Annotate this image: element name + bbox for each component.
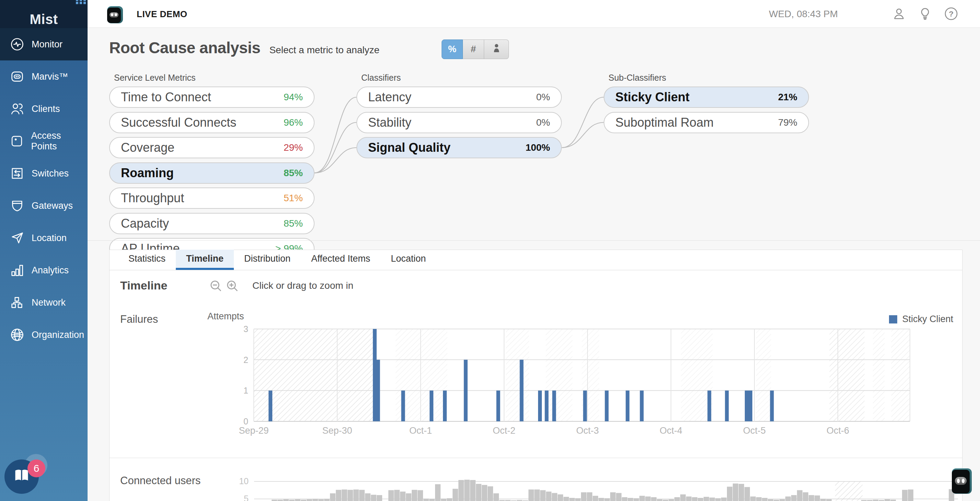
legend-label: Sticky Client (902, 314, 953, 324)
svg-text:3: 3 (243, 324, 248, 334)
metric-pill-sticky-client[interactable]: Sticky Client21% (604, 86, 809, 108)
metric-pill-successful-connects[interactable]: Successful Connects96% (109, 112, 315, 133)
help-icon[interactable]: ? (943, 5, 959, 22)
connected-users-chart[interactable]: 105 (220, 476, 965, 501)
metric-label: Capacity (121, 216, 169, 231)
monitor-icon (9, 36, 25, 52)
top-bar-icons: ? (891, 0, 959, 27)
svg-text:Oct-1: Oct-1 (409, 425, 432, 436)
metric-pill-roaming[interactable]: Roaming85% (109, 162, 315, 184)
metric-value: 100% (525, 142, 550, 153)
notification-badge[interactable]: 6 (27, 460, 45, 477)
marvis-fab-robot-icon[interactable] (952, 468, 972, 494)
metric-value: 21% (778, 92, 797, 103)
user-icon[interactable] (891, 5, 907, 22)
location-icon (9, 230, 25, 246)
zoom-in-icon[interactable] (225, 279, 240, 293)
unit-toggle-client[interactable] (484, 40, 509, 59)
mist-logo: Mist (0, 0, 88, 28)
sidebar-item-label: Marvis™ (32, 72, 68, 82)
metric-pill-signal-quality[interactable]: Signal Quality100% (356, 137, 562, 158)
clock-label: WED, 08:43 PM (769, 9, 838, 19)
access-points-icon (9, 133, 25, 150)
sidebar-item-label: Access Points (31, 130, 88, 152)
sidebar-item-gateways[interactable]: Gateways (0, 189, 88, 222)
unit-toggle-percent[interactable]: % (442, 40, 463, 59)
metric-value: 0% (536, 92, 550, 103)
environment-label[interactable]: LIVE DEMO (137, 9, 188, 19)
sidebar: Mist MonitorMarvis™ClientsAccess PointsS… (0, 0, 88, 501)
svg-text:Oct-3: Oct-3 (576, 425, 599, 436)
metric-pill-throughput[interactable]: Throughput51% (109, 188, 315, 209)
zoom-out-icon[interactable] (209, 279, 223, 293)
svg-text:2: 2 (243, 355, 248, 365)
page-header: Root Cause analysis Select a metric to a… (109, 38, 379, 57)
metric-label: Suboptimal Roam (615, 115, 714, 130)
tab-distribution[interactable]: Distribution (234, 250, 301, 270)
svg-text:Sep-30: Sep-30 (322, 425, 352, 436)
metric-pill-suboptimal-roam[interactable]: Suboptimal Roam79% (604, 112, 809, 133)
marvis-robot-icon[interactable] (107, 6, 123, 23)
gateways-icon (9, 197, 25, 214)
sidebar-item-label: Network (32, 297, 65, 308)
metric-label: Roaming (121, 166, 174, 180)
metric-value: 51% (284, 192, 303, 204)
sidebar-item-clients[interactable]: Clients (0, 93, 88, 125)
sidebar-item-label: Monitor (32, 39, 62, 50)
svg-text:10: 10 (239, 476, 248, 486)
failures-timeline-chart[interactable]: 0123Sep-29Sep-30Oct-1Oct-2Oct-3Oct-4Oct-… (220, 324, 941, 444)
svg-text:Oct-5: Oct-5 (743, 425, 766, 436)
sidebar-item-label: Location (32, 233, 67, 243)
failures-row-label: Failures (120, 313, 158, 326)
sidebar-item-label: Gateways (32, 200, 73, 211)
page-title: Root Cause analysis (109, 38, 260, 57)
page-subtitle: Select a metric to analyze (269, 45, 379, 56)
clients-icon (9, 100, 25, 117)
metric-value: 79% (778, 117, 797, 128)
tab-bar: StatisticsTimelineDistributionAffected I… (109, 250, 963, 270)
metric-pill-capacity[interactable]: Capacity85% (109, 213, 315, 234)
metric-pill-time-to-connect[interactable]: Time to Connect94% (109, 86, 315, 108)
metric-label: Time to Connect (121, 90, 211, 104)
sidebar-item-switches[interactable]: Switches (0, 157, 88, 189)
unit-toggle-count[interactable]: # (463, 40, 484, 59)
metric-label: Latency (368, 90, 411, 104)
metric-pill-stability[interactable]: Stability0% (356, 112, 562, 133)
zoom-hint: Click or drag to zoom in (252, 280, 353, 291)
sidebar-item-label: Analytics (32, 265, 69, 276)
tab-affected-items[interactable]: Affected Items (301, 250, 380, 270)
timeline-heading: Timeline (120, 279, 167, 292)
svg-text:Oct-6: Oct-6 (827, 425, 849, 436)
connected-users-row-label: Connected users (120, 474, 200, 487)
column-title: Service Level Metrics (114, 73, 196, 83)
metric-value: 29% (284, 142, 303, 153)
switches-icon (9, 165, 25, 182)
sidebar-item-organization[interactable]: Organization (0, 319, 88, 351)
sidebar-item-analytics[interactable]: Analytics (0, 254, 88, 286)
chart-legend[interactable]: Sticky Client (889, 314, 953, 324)
lightbulb-icon[interactable] (917, 5, 933, 22)
metric-value: 96% (284, 117, 303, 128)
tab-statistics[interactable]: Statistics (118, 250, 176, 270)
svg-text:0: 0 (243, 417, 248, 426)
sidebar-item-monitor[interactable]: Monitor (0, 28, 88, 60)
sidebar-item-access-points[interactable]: Access Points (0, 125, 88, 157)
metric-pill-coverage[interactable]: Coverage29% (109, 137, 315, 158)
sidebar-item-marvis-[interactable]: Marvis™ (0, 60, 88, 93)
sidebar-item-location[interactable]: Location (0, 222, 88, 254)
metric-pill-latency[interactable]: Latency0% (356, 86, 562, 108)
network-icon (9, 294, 25, 311)
sidebar-item-network[interactable]: Network (0, 286, 88, 319)
metric-label: Sticky Client (615, 90, 689, 104)
metric-value: 94% (284, 92, 303, 103)
legend-swatch (889, 315, 897, 323)
sidebar-item-label: Organization (32, 330, 84, 340)
svg-text:1: 1 (243, 386, 248, 395)
person-icon (491, 42, 502, 56)
organization-icon (9, 326, 25, 343)
metric-label: Stability (368, 115, 411, 130)
connected-users-divider (110, 458, 962, 458)
tab-location[interactable]: Location (380, 250, 436, 270)
section-divider (88, 240, 980, 241)
tab-timeline[interactable]: Timeline (176, 250, 234, 270)
